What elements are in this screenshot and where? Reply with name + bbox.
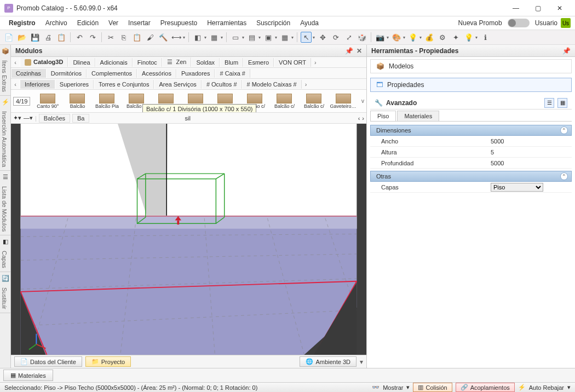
tool-hammer-icon[interactable]: 🔨: [158, 32, 169, 43]
profundidad-value[interactable]: 5000: [491, 160, 572, 166]
left-tab-lista[interactable]: Lista de Módulos: [0, 183, 10, 235]
tool-bulb-icon[interactable]: 💡: [463, 32, 474, 43]
mostrar-label[interactable]: Mostrar: [383, 384, 403, 391]
left-tab-sustituir[interactable]: Sustituir: [0, 284, 10, 313]
subrow-prev[interactable]: ‹: [358, 115, 360, 122]
panel-pin-icon[interactable]: 📌: [345, 47, 353, 55]
tool-help-icon[interactable]: ℹ: [480, 32, 491, 43]
subcat-prev[interactable]: ‹: [11, 81, 20, 88]
tab-dormitorios[interactable]: Dormitórios: [46, 69, 87, 78]
ltab-icon-5[interactable]: 🔄: [1, 274, 10, 283]
tool-rotate-icon[interactable]: ⟳: [330, 32, 341, 43]
ancho-value[interactable]: 5000: [491, 138, 572, 145]
nueva-promob-toggle[interactable]: [508, 19, 530, 27]
tab-puxadores[interactable]: Puxadores: [176, 69, 215, 78]
ambiente3d-button[interactable]: 🌐Ambiente 3D: [300, 356, 357, 367]
ltab-icon-1[interactable]: 📦: [1, 47, 10, 55]
tab-adicionais[interactable]: Adicionais: [95, 58, 133, 67]
tool-copy-icon[interactable]: ⎘: [118, 32, 129, 43]
tool-render-icon[interactable]: 🎨: [391, 32, 402, 43]
subrow-dash-icon[interactable]: —▾: [24, 114, 33, 122]
tab-finotoc[interactable]: Finotoc: [133, 58, 162, 67]
altura-value[interactable]: 5: [491, 149, 572, 155]
tab-superiores[interactable]: Superiores: [55, 80, 94, 89]
subtab-ba[interactable]: Ba: [72, 114, 89, 123]
item-balcao-c6[interactable]: Balcão c/: [270, 94, 298, 109]
tab-acessorios[interactable]: Acessórios: [137, 69, 176, 78]
item-canto90[interactable]: Canto 90°: [33, 94, 62, 109]
tab-materiales[interactable]: Materiales: [397, 111, 439, 121]
left-tab-insercion[interactable]: Inserción Automática: [0, 108, 10, 171]
mostrar-drop-icon[interactable]: ▾: [406, 384, 410, 391]
panel-close-icon[interactable]: ✕: [357, 47, 362, 55]
modelos-button[interactable]: 📦 Modelos: [370, 59, 572, 73]
viewport-3d[interactable]: [11, 124, 366, 355]
tool-move-icon[interactable]: ✥: [317, 32, 328, 43]
view-dropdown-icon[interactable]: ▾: [360, 358, 363, 366]
catalog-next[interactable]: ›: [311, 59, 320, 66]
acoplamientos-button[interactable]: 🔗Acoplamientos: [456, 383, 515, 392]
tool-grid-icon[interactable]: ▦: [279, 32, 290, 43]
tab-area-servicos[interactable]: Area Serviços: [154, 80, 201, 89]
section-dimensiones[interactable]: Dimensiones ⌃: [370, 125, 572, 136]
collapse-icon-2[interactable]: ⌃: [560, 172, 568, 180]
tab-caixa[interactable]: # Caixa #: [215, 69, 250, 78]
tool-layer-icon[interactable]: ◧: [192, 32, 203, 43]
menu-ayuda[interactable]: Ayuda: [296, 18, 323, 28]
tool-box-icon[interactable]: ▣: [263, 32, 274, 43]
tool-stack-icon[interactable]: ▤: [246, 32, 257, 43]
ltab-icon-4[interactable]: ◧: [1, 237, 10, 246]
auto-rebajar-label[interactable]: Auto Rebajar: [529, 384, 564, 391]
layout-icon-1[interactable]: ☰: [544, 98, 554, 108]
tab-complementos[interactable]: Complementos: [87, 69, 137, 78]
subrow-next[interactable]: ›: [362, 115, 364, 122]
item-balcao-pia[interactable]: Balcão Pia: [93, 94, 121, 109]
tool-paste-icon[interactable]: 📋: [131, 32, 142, 43]
catalog-prev[interactable]: ‹: [11, 59, 20, 66]
tab-blum[interactable]: Blum: [220, 58, 243, 67]
menu-presupuesto[interactable]: Presupuesto: [156, 18, 202, 28]
tab-inferiores[interactable]: Inferiores: [20, 80, 55, 89]
tab-piso[interactable]: Piso: [370, 111, 396, 121]
tab-zen[interactable]: ☰ Zen: [162, 57, 192, 67]
tab-torres[interactable]: Torres e Conjuntos: [94, 80, 154, 89]
tool-group-icon[interactable]: ▦: [209, 32, 220, 43]
menu-ver[interactable]: Ver: [104, 18, 123, 28]
tool-3d-icon[interactable]: 🎲: [357, 32, 367, 43]
menu-suscripcion[interactable]: Suscripción: [252, 18, 295, 28]
subtab-balcoes[interactable]: Balcões: [39, 114, 70, 123]
tab-vonort[interactable]: VON ORT: [274, 58, 311, 67]
tool-print-icon[interactable]: 🖨: [43, 32, 54, 43]
menu-archivo[interactable]: Archivo: [41, 18, 72, 28]
tool-save-icon[interactable]: 💾: [30, 32, 41, 43]
tool-dim-icon[interactable]: ⟷: [171, 32, 182, 43]
tab-cozinhas[interactable]: Cozinhas: [11, 69, 46, 78]
datos-cliente-button[interactable]: 📄Datos del Cliente: [14, 356, 82, 367]
tool-cut-icon[interactable]: ✂: [105, 32, 116, 43]
ltab-icon-3[interactable]: ☰: [1, 172, 10, 181]
tool-star-icon[interactable]: ✦: [450, 32, 461, 43]
item-gaveteiro[interactable]: Gaveteiro 1 Gavet: [329, 94, 358, 109]
subcat-next[interactable]: ›: [302, 81, 311, 88]
proyecto-button[interactable]: 📁Proyecto: [85, 356, 131, 367]
tool-undo-icon[interactable]: ↶: [74, 32, 85, 43]
tool-gear-icon[interactable]: ⚙: [437, 32, 448, 43]
tab-esmero[interactable]: Esmero: [243, 58, 274, 67]
materiales-tab[interactable]: ▦ Materiales: [3, 370, 53, 381]
tool-redo-icon[interactable]: ↷: [87, 32, 98, 43]
tool-brush-icon[interactable]: 🖌: [145, 32, 156, 43]
tool-scale-icon[interactable]: ⤢: [343, 32, 354, 43]
item-balcao-c7[interactable]: Balcão c/: [300, 94, 328, 109]
maximize-button[interactable]: ▢: [527, 1, 549, 16]
menu-insertar[interactable]: Insertar: [124, 18, 155, 28]
left-tab-capas[interactable]: Capas: [0, 247, 10, 272]
tool-budget-icon[interactable]: 💰: [424, 32, 435, 43]
layout-icon-2[interactable]: ▦: [557, 98, 567, 108]
tool-export-icon[interactable]: 📋: [56, 32, 67, 43]
capas-select[interactable]: Piso: [491, 183, 543, 192]
auto-drop-icon[interactable]: ▾: [567, 384, 571, 391]
item-balcao[interactable]: Balcão: [63, 94, 91, 109]
tab-dlinea[interactable]: Dlinea: [68, 58, 95, 67]
usuario-badge[interactable]: Us: [561, 18, 571, 28]
minimize-button[interactable]: —: [505, 1, 527, 16]
